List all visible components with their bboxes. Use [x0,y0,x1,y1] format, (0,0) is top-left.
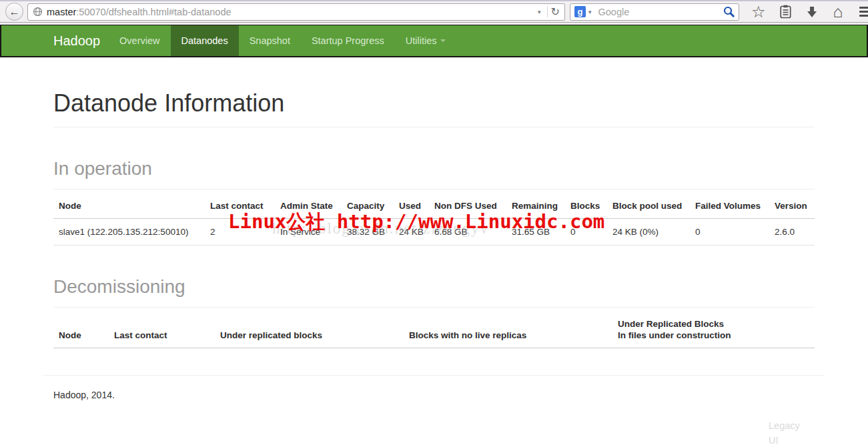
hadoop-navbar: Hadoop Overview Datanodes Snapshot Start… [0,25,868,57]
cell-remaining: 31.65 GB [506,218,565,245]
tab-datanodes[interactable]: Datanodes [171,25,239,56]
col-admin-state: Admin State [275,189,342,218]
col-failed-volumes: Failed Volumes [690,189,769,218]
back-button[interactable]: ← [5,3,23,21]
cell-failed-volumes: 0 [690,218,769,245]
url-dropdown-caret-icon[interactable]: ▾ [535,9,544,15]
col-remaining: Remaining [506,189,565,218]
col-version: Version [769,189,815,218]
url-path: :50070/dfshealth.html#tab-datanode [76,7,231,17]
chevron-down-icon [440,39,446,42]
cell-capacity: 38.32 GB [342,218,394,245]
search-placeholder: Google [598,7,630,17]
cell-block-pool-used: 24 KB (0%) [607,218,690,245]
search-magnifier-icon[interactable] [723,6,735,17]
in-operation-heading: In operation [53,158,815,189]
home-icon[interactable]: ⌂ [833,2,843,21]
cell-used: 24 KB [394,218,429,245]
decommissioning-header-row: Node Last contact Under replicated block… [53,308,815,348]
cell-version: 2.6.0 [769,218,815,245]
decommissioning-heading: Decomissioning [53,276,815,307]
tab-startup-progress[interactable]: Startup Progress [301,25,395,56]
cell-last-contact: 2 [205,218,275,245]
back-arrow-icon: ← [9,6,20,18]
footer-credit: Hadoop, 2014. [43,376,825,414]
reload-icon[interactable]: ↻ [551,5,560,18]
col-last-contact: Last contact [205,189,275,218]
col-last-contact: Last contact [109,308,215,348]
google-favicon-icon[interactable]: g [574,6,586,17]
tab-utilities-label: Utilities [406,35,437,46]
url-host: master [47,7,76,17]
in-operation-header-row: Node Last contact Admin State Capacity U… [53,189,815,218]
page-container: Datanode Information In operation Node L… [0,89,868,414]
col-node: Node [53,308,109,348]
page-title: Datanode Information [53,89,815,127]
tab-snapshot[interactable]: Snapshot [239,25,301,56]
page-header: Datanode Information [53,89,815,127]
decommissioning-table: Node Last contact Under replicated block… [53,308,815,348]
tab-utilities[interactable]: Utilities [395,25,457,56]
search-input[interactable]: g ▾ Google [570,3,739,21]
col-no-live-replicas: Blocks with no live replicas [404,308,612,348]
col-block-pool-used: Block pool used [607,189,690,218]
divider [547,6,548,17]
browser-toolbar: ← master:50070/dfshealth.html#tab-datano… [0,0,868,23]
tab-overview[interactable]: Overview [109,25,170,56]
table-row: slave1 (122.205.135.212:50010) 2 In Serv… [53,218,815,245]
col-non-dfs-used: Non DFS Used [429,189,506,218]
decommissioning-header: Decomissioning [53,276,815,308]
col-used: Used [394,189,429,218]
search-engine-caret-icon[interactable]: ▾ [586,9,594,15]
col-line1: Under Replicated Blocks [618,319,724,329]
cell-node: slave1 (122.205.135.212:50010) [53,218,205,245]
col-under-replicated: Under replicated blocks [215,308,404,348]
col-under-replicated-construction: Under Replicated Blocks In files under c… [612,308,815,348]
cell-admin-state: In Service [275,218,342,245]
downloads-arrow-icon[interactable] [805,5,819,19]
in-operation-table: Node Last contact Admin State Capacity U… [53,189,815,246]
menu-hamburger-icon[interactable] [859,7,868,17]
legacy-ui-link[interactable]: Legacy UI [769,419,809,445]
bookmarks-clipboard-icon[interactable] [779,5,792,19]
navbar-brand[interactable]: Hadoop [53,25,109,56]
col-node: Node [53,189,205,218]
site-globe-icon [33,7,43,17]
col-line2: In files under construction [618,330,731,340]
cell-blocks: 0 [565,218,607,245]
col-capacity: Capacity [342,189,394,218]
url-bar[interactable]: master:50070/dfshealth.html#tab-datanode… [27,3,565,21]
in-operation-header: In operation [53,158,815,189]
col-blocks: Blocks [565,189,607,218]
cell-non-dfs-used: 6.68 GB [429,218,506,245]
bookmark-star-icon[interactable]: ☆ [751,3,766,21]
